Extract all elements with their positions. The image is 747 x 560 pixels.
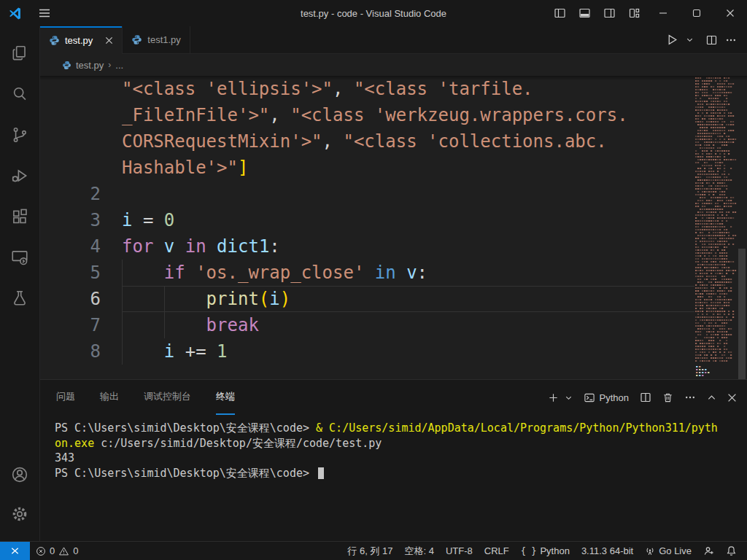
- go-live[interactable]: Go Live: [639, 545, 697, 556]
- tab-test1-py[interactable]: test1.py: [123, 26, 190, 53]
- editor-scrollbar[interactable]: [737, 76, 747, 379]
- problems-status[interactable]: 0 0: [30, 545, 84, 556]
- toggle-secondary-sidebar-icon[interactable]: [597, 3, 622, 23]
- code-line[interactable]: 6 print(i): [40, 286, 694, 312]
- error-count: 0: [50, 545, 55, 556]
- cursor-position[interactable]: 行 6, 列 17: [341, 545, 398, 558]
- encoding[interactable]: UTF-8: [440, 545, 479, 556]
- line-number: [40, 76, 122, 102]
- code-line[interactable]: 4for v in dict1:: [40, 233, 694, 260]
- accounts-icon[interactable]: [2, 456, 37, 493]
- language-mode[interactable]: { } Python: [515, 545, 576, 556]
- notifications-bell-icon[interactable]: [720, 545, 743, 556]
- braces-icon: { }: [521, 546, 537, 556]
- python-file-icon: [62, 61, 71, 70]
- indent-guide: [122, 286, 123, 312]
- panel: 问题 输出 调试控制台 终端 Pyt: [40, 379, 747, 541]
- code-line[interactable]: CORSRequestMixin'>", "<class 'collection…: [40, 128, 694, 155]
- terminal-line: PS C:\Users\simid\Desktop\安全课程\code> & C…: [55, 421, 747, 436]
- breadcrumb-more[interactable]: ...: [115, 60, 123, 71]
- title-bar: test.py - code - Visual Studio Code: [0, 0, 747, 26]
- editor-tab-bar: test.py test1.py: [40, 26, 747, 54]
- terminal-output[interactable]: PS C:\Users\simid\Desktop\安全课程\code> & C…: [40, 415, 747, 481]
- close-tab-icon[interactable]: [105, 36, 113, 44]
- minimize-button[interactable]: [646, 0, 680, 26]
- tab-label: test1.py: [147, 34, 181, 45]
- close-window-button[interactable]: [713, 0, 747, 26]
- new-terminal-icon[interactable]: [548, 392, 559, 403]
- maximize-button[interactable]: [680, 0, 713, 26]
- line-number: [40, 102, 122, 128]
- panel-tab-terminal[interactable]: 终端: [216, 380, 235, 415]
- terminal-cursor: [318, 467, 324, 479]
- terminal-profile-chevron-icon[interactable]: [565, 394, 573, 402]
- line-number: 3: [40, 207, 122, 233]
- editor[interactable]: "<class 'ellipsis'>", "<class 'tarfile._…: [40, 76, 747, 379]
- maximize-panel-chevron-icon[interactable]: [707, 393, 716, 402]
- eol-sequence[interactable]: CRLF: [479, 545, 515, 556]
- close-panel-icon[interactable]: [727, 393, 737, 402]
- terminal-profile[interactable]: Python: [584, 392, 629, 403]
- vscode-logo-icon: [8, 7, 22, 20]
- indentation[interactable]: 空格: 4: [398, 545, 439, 558]
- minimap[interactable]: [694, 76, 737, 379]
- activity-bar: [0, 26, 40, 541]
- python-interpreter[interactable]: 3.11.3 64-bit: [576, 545, 639, 556]
- code-line[interactable]: 5 if 'os._wrap_close' in v:: [40, 260, 694, 286]
- python-file-icon: [131, 34, 142, 45]
- chevron-right-icon: ›: [108, 60, 111, 70]
- source-control-icon[interactable]: [2, 117, 37, 153]
- panel-tab-output[interactable]: 输出: [100, 380, 119, 415]
- remote-indicator[interactable]: [0, 542, 30, 560]
- line-number: [40, 128, 122, 155]
- run-dropdown-chevron-icon[interactable]: [686, 36, 694, 44]
- line-number: 5: [40, 260, 122, 286]
- settings-gear-icon[interactable]: [2, 496, 37, 532]
- line-number: [40, 155, 122, 181]
- run-debug-icon[interactable]: [2, 158, 37, 194]
- code-line[interactable]: 8 i += 1: [40, 338, 694, 365]
- indent-guide: [122, 338, 123, 365]
- menu-icon[interactable]: [39, 9, 50, 18]
- tab-label: test.py: [65, 35, 93, 46]
- status-bar: 0 0 行 6, 列 17 空格: 4 UTF-8 CRLF { } Pytho…: [0, 541, 747, 560]
- kill-terminal-trash-icon[interactable]: [662, 392, 673, 403]
- scrollbar-thumb[interactable]: [738, 249, 746, 379]
- breadcrumb[interactable]: test.py › ...: [40, 54, 747, 76]
- code-line[interactable]: _FileInFile'>", "<class 'werkzeug.wrappe…: [40, 102, 694, 128]
- toggle-panel-icon[interactable]: [572, 3, 597, 23]
- panel-more-actions-icon[interactable]: [684, 392, 696, 403]
- feedback-icon[interactable]: [697, 545, 720, 556]
- panel-header: 问题 输出 调试控制台 终端 Pyt: [40, 380, 747, 415]
- testing-icon[interactable]: [2, 280, 37, 316]
- run-python-file-icon[interactable]: [666, 34, 678, 46]
- toggle-primary-sidebar-icon[interactable]: [547, 3, 572, 23]
- more-actions-icon[interactable]: [725, 34, 737, 46]
- code-area[interactable]: "<class 'ellipsis'>", "<class 'tarfile._…: [40, 76, 694, 379]
- remote-explorer-icon[interactable]: [2, 239, 37, 276]
- code-line[interactable]: 2: [40, 181, 694, 207]
- breadcrumb-file[interactable]: test.py: [76, 60, 104, 71]
- code-line[interactable]: 7 break: [40, 312, 694, 338]
- code-line[interactable]: "<class 'ellipsis'>", "<class 'tarfile.: [40, 76, 694, 102]
- explorer-icon[interactable]: [2, 35, 37, 71]
- panel-tab-problems[interactable]: 问题: [56, 380, 75, 415]
- panel-tab-debug-console[interactable]: 调试控制台: [144, 380, 191, 415]
- python-file-icon: [49, 35, 60, 46]
- indent-guide: [164, 286, 165, 312]
- line-number: 6: [40, 286, 122, 312]
- extensions-icon[interactable]: [2, 198, 37, 235]
- split-editor-icon[interactable]: [705, 34, 718, 46]
- tab-test-py[interactable]: test.py: [40, 26, 123, 54]
- customize-layout-icon[interactable]: [622, 3, 646, 23]
- search-icon[interactable]: [2, 76, 37, 112]
- vscode-window: test.py - code - Visual Studio Code: [0, 0, 747, 560]
- indent-guide: [122, 312, 123, 338]
- code-line[interactable]: Hashable'>"]: [40, 155, 694, 181]
- indent-guide: [122, 260, 123, 286]
- terminal-line: PS C:\Users\simid\Desktop\安全课程\code>: [55, 466, 747, 481]
- warning-count: 0: [73, 545, 78, 556]
- split-terminal-icon[interactable]: [640, 392, 651, 403]
- line-number: 2: [40, 181, 122, 207]
- code-line[interactable]: 3i = 0: [40, 207, 694, 233]
